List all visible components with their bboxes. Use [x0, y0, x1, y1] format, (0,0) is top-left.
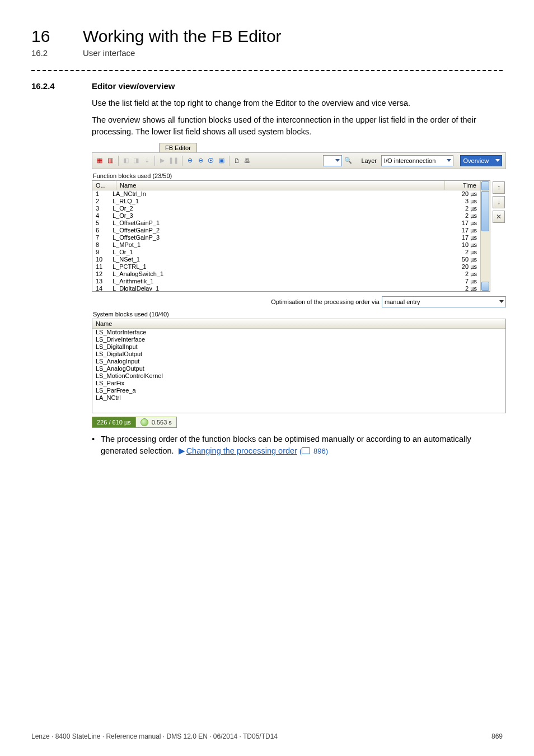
- search-icon[interactable]: 🔍: [344, 156, 353, 166]
- page-reference[interactable]: ( 896): [299, 447, 328, 455]
- scroll-up-icon[interactable]: [481, 181, 489, 190]
- cell-order: 4: [96, 212, 113, 220]
- status-time-value: 0.563 s: [152, 419, 172, 426]
- table-row[interactable]: 12L_AnalogSwitch_12 µs: [92, 270, 480, 278]
- cell-time: 2 µs: [449, 212, 477, 220]
- zoom-out-icon[interactable]: ⊖: [196, 156, 205, 166]
- subsection-title: Editor view/overview: [92, 81, 175, 91]
- cell-order: 14: [96, 285, 113, 291]
- list-item[interactable]: LS_ParFix: [96, 380, 502, 387]
- cell-name: L_MPot_1: [113, 241, 449, 249]
- list-item[interactable]: LS_MotionControlKernel: [96, 372, 502, 380]
- table-row[interactable]: 10L_NSet_150 µs: [92, 256, 480, 263]
- toolbar-icon-5[interactable]: ⇣: [143, 156, 151, 166]
- table-row[interactable]: 5L_OffsetGainP_117 µs: [92, 220, 480, 227]
- fb-list-body[interactable]: 1LA_NCtrl_In20 µs2L_RLQ_13 µs3L_Or_22 µs…: [92, 190, 480, 291]
- optimisation-combo[interactable]: manual entry: [382, 296, 506, 307]
- view-combo[interactable]: Overview: [460, 155, 502, 166]
- layer-combo[interactable]: I/O interconnection: [381, 155, 453, 166]
- toolbar-icon-1[interactable]: ▦: [96, 156, 104, 166]
- cell-name: L_AnalogSwitch_1: [113, 270, 449, 278]
- list-item[interactable]: LS_MotorInterface: [96, 329, 502, 336]
- cell-name: L_Arithmetik_1: [113, 278, 449, 285]
- table-row[interactable]: 2L_RLQ_13 µs: [92, 198, 480, 205]
- cell-order: 6: [96, 227, 113, 234]
- play-icon[interactable]: ▶: [158, 156, 166, 166]
- table-row[interactable]: 3L_Or_22 µs: [92, 205, 480, 212]
- chapter-title: Working with the FB Editor: [83, 27, 282, 46]
- toolbar: ▦ ▥ ◧ ◨ ⇣ ▶ ❚❚ ⊕ ⊖ ⦿ ▣ 🗋 🖶 🔍 Layer I/O i…: [92, 152, 506, 169]
- list-item[interactable]: LS_DriveInterface: [96, 336, 502, 343]
- table-row[interactable]: 9L_Or_12 µs: [92, 249, 480, 256]
- cell-order: 1: [96, 190, 113, 198]
- scroll-thumb[interactable]: [481, 191, 489, 231]
- list-item[interactable]: LS_AnalogOutput: [96, 365, 502, 372]
- cell-time: 7 µs: [449, 278, 477, 285]
- zoom-fit-icon[interactable]: ⦿: [207, 156, 215, 166]
- cell-name: L_Or_2: [113, 205, 449, 212]
- link-processing-order[interactable]: Changing the processing order: [186, 446, 297, 455]
- table-row[interactable]: 13L_Arithmetik_17 µs: [92, 278, 480, 285]
- list-item[interactable]: LS_DigitalOutput: [96, 351, 502, 358]
- list-item[interactable]: LS_AnalogInput: [96, 358, 502, 365]
- cell-time: 2 µs: [449, 249, 477, 256]
- cell-order: 12: [96, 270, 113, 278]
- print-icon[interactable]: 🖶: [243, 156, 252, 166]
- toolbar-dropdown-small[interactable]: [323, 155, 341, 166]
- toolbar-separator: [229, 156, 229, 166]
- cell-order: 8: [96, 241, 113, 249]
- table-row[interactable]: 14L_DigitalDelay_12 µs: [92, 285, 480, 291]
- table-row[interactable]: 1LA_NCtrl_In20 µs: [92, 190, 480, 198]
- cell-name: L_Or_3: [113, 212, 449, 220]
- move-up-button[interactable]: ↑: [493, 181, 505, 194]
- table-row[interactable]: 6L_OffsetGainP_217 µs: [92, 227, 480, 234]
- cell-order: 3: [96, 205, 113, 212]
- status-time: 0.563 s: [135, 417, 177, 428]
- pause-icon[interactable]: ❚❚: [168, 156, 179, 166]
- status-usage: 226 / 610 µs: [92, 417, 135, 428]
- status-dot-icon: [140, 418, 148, 426]
- toolbar-separator: [154, 156, 155, 166]
- cell-name: L_NSet_1: [113, 256, 449, 263]
- col-time[interactable]: Time: [445, 181, 480, 190]
- cell-name: L_OffsetGainP_2: [113, 227, 449, 234]
- cell-time: 20 µs: [449, 263, 477, 270]
- zoom-in-icon[interactable]: ⊕: [186, 156, 194, 166]
- table-row[interactable]: 11L_PCTRL_120 µs: [92, 263, 480, 270]
- optimisation-label: Optimisation of the processing order via: [271, 298, 380, 305]
- fb-list-header[interactable]: O... Name Time: [92, 181, 480, 190]
- toolbar-separator: [118, 156, 119, 166]
- sys-list-body[interactable]: LS_MotorInterfaceLS_DriveInterfaceLS_Dig…: [92, 329, 505, 413]
- col-order[interactable]: O...: [92, 181, 116, 190]
- col-name[interactable]: Name: [116, 181, 445, 190]
- cell-time: 2 µs: [449, 285, 477, 291]
- list-item[interactable]: LS_ParFree_a: [96, 387, 502, 394]
- list-item[interactable]: LA_NCtrl: [96, 394, 502, 402]
- toolbar-icon-4[interactable]: ◨: [132, 156, 140, 166]
- subsection-number: 16.2.4: [31, 81, 72, 91]
- table-row[interactable]: 8L_MPot_110 µs: [92, 241, 480, 249]
- toolbar-icon-9[interactable]: ▣: [217, 156, 226, 166]
- section-number-top: 16.2: [31, 48, 65, 58]
- toolbar-icon-2[interactable]: ▥: [106, 156, 115, 166]
- cell-name: LA_NCtrl_In: [113, 190, 449, 198]
- cell-order: 2: [96, 198, 113, 205]
- tab-fb-editor[interactable]: FB Editor: [159, 143, 197, 152]
- scrollbar[interactable]: [480, 181, 490, 291]
- sys-list-header[interactable]: Name: [92, 319, 505, 329]
- app-screenshot: FB Editor ▦ ▥ ◧ ◨ ⇣ ▶ ❚❚ ⊕ ⊖ ⦿ ▣ 🗋 🖶 🔍 L…: [92, 143, 506, 428]
- move-down-button[interactable]: ↓: [493, 196, 505, 208]
- section-title-top: User interface: [83, 48, 135, 58]
- table-row[interactable]: 7L_OffsetGainP_317 µs: [92, 234, 480, 241]
- scroll-down-icon[interactable]: [481, 282, 489, 291]
- footer-page-number: 869: [491, 732, 503, 740]
- list-item[interactable]: LS_DigitalInput: [96, 343, 502, 351]
- new-icon[interactable]: 🗋: [233, 156, 241, 166]
- col-name-sys[interactable]: Name: [92, 319, 505, 328]
- toolbar-icon-3[interactable]: ◧: [121, 156, 130, 166]
- cell-order: 10: [96, 256, 113, 263]
- cell-time: 2 µs: [449, 270, 477, 278]
- cell-time: 50 µs: [449, 256, 477, 263]
- table-row[interactable]: 4L_Or_32 µs: [92, 212, 480, 220]
- delete-button[interactable]: ✕: [493, 211, 505, 223]
